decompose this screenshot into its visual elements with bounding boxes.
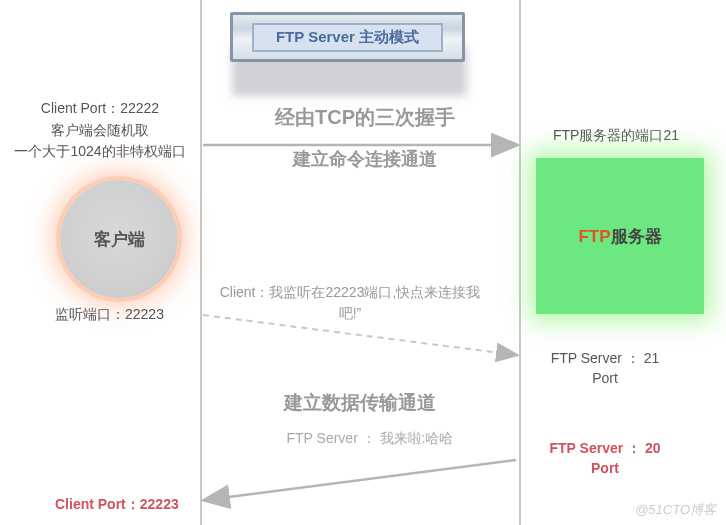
client-port-description: Client Port：22222 客户端会随机取 一个大于1024的非特权端口 (0, 98, 200, 163)
server-port-20: FTP Server ： 20 Port (535, 438, 675, 479)
title-box: FTP Server 主动模式 (230, 12, 465, 62)
command-channel-label: 建立命令连接通道 (230, 147, 500, 171)
server-label: 服务器 (611, 227, 662, 246)
diagram-title: FTP Server 主动模式 (252, 23, 443, 52)
tcp-handshake-label: 经由TCP的三次握手 (230, 104, 500, 131)
server-ftp-text: FTP (578, 227, 610, 246)
client-desc-1: 客户端会随机取 (0, 120, 200, 142)
client-node: 客户端 (60, 180, 178, 298)
server-message: FTP Server ： 我来啦:哈哈 (240, 430, 500, 448)
data-channel-label: 建立数据传输通道 (220, 390, 500, 416)
client-port-bottom: Client Port：22223 (55, 496, 179, 514)
port20-line1: FTP Server ： 20 (535, 438, 675, 458)
port21-line1: FTP Server ： 21 (535, 348, 675, 368)
client-listen-port: 监听端口：22223 (55, 306, 164, 324)
server-port-description: FTP服务器的端口21 (536, 127, 696, 145)
client-message: Client：我监听在22223端口,快点来连接我吧!” (210, 282, 490, 324)
watermark: @51CTO博客 (635, 501, 716, 519)
server-port-21: FTP Server ： 21 Port (535, 348, 675, 389)
client-port-line: Client Port：22222 (0, 98, 200, 120)
client-desc-2: 一个大于1024的非特权端口 (0, 141, 200, 163)
svg-line-4 (205, 460, 516, 500)
client-label: 客户端 (94, 228, 145, 251)
server-node: FTP服务器 (536, 158, 704, 314)
port20-line2: Port (535, 458, 675, 478)
port21-line2: Port (535, 368, 675, 388)
ftp-active-mode-diagram: FTP Server 主动模式 Client Port：22222 客户端会随机… (0, 0, 726, 525)
